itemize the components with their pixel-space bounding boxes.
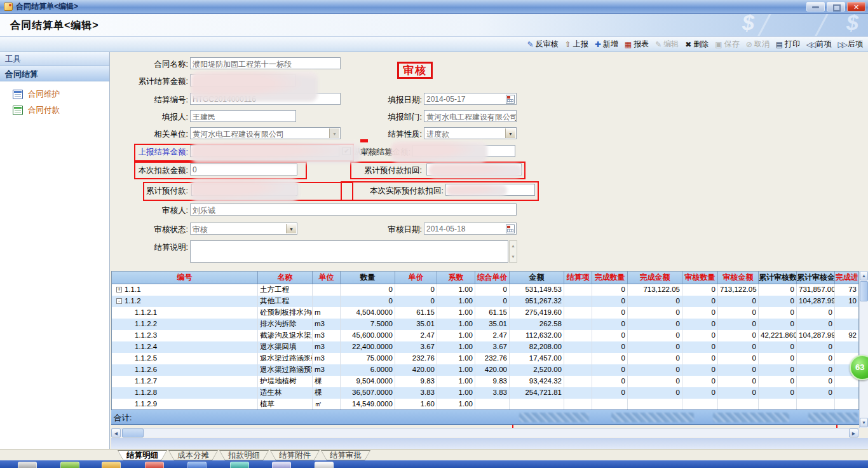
cumulative-prepay-recovery-input[interactable]	[426, 163, 522, 176]
toolbar-button-后项[interactable]: ▷▷后项	[838, 39, 863, 50]
reported-amount-input[interactable]	[190, 145, 339, 157]
taskbar-app-icon[interactable]	[18, 462, 37, 468]
scroll-up-icon[interactable]: ▲	[510, 241, 517, 252]
column-header-完成数量[interactable]: 完成数量	[592, 272, 628, 284]
sidebar-section-header[interactable]: 合同结算	[0, 66, 109, 81]
settlement-nature-select[interactable]: 进度款	[424, 127, 517, 139]
vertical-scrollbar-thumb[interactable]	[860, 281, 868, 301]
toolbar-button-新增[interactable]: ✚新增	[595, 39, 618, 50]
scroll-left-icon[interactable]: ◀	[111, 429, 121, 437]
horizontal-scrollbar-thumb[interactable]	[122, 429, 144, 437]
column-header-名称[interactable]: 名称	[258, 272, 313, 284]
chevron-down-icon[interactable]	[329, 128, 339, 138]
tab-结算明细[interactable]: 结算明细	[118, 450, 167, 460]
scroll-down-icon[interactable]: ▼	[510, 252, 517, 263]
table-row[interactable]: -1.1.2其他工程001.000951,267.3200000104,287.…	[112, 296, 858, 307]
table-cell: 1.1.2.4	[112, 341, 258, 353]
current-deduction-input[interactable]: 0	[190, 163, 297, 176]
related-unit-select[interactable]: 黄河水电工程建设有限公司	[190, 127, 341, 139]
column-header-完成进[interactable]: 完成进	[835, 272, 859, 284]
contract-name-input[interactable]: 濮阳堤防加固工程第十一标段	[190, 57, 341, 69]
table-row[interactable]: 1.1.2.6退水渠过路涵预制m36.0000420.001.00420.002…	[112, 364, 858, 376]
taskbar-app-icon[interactable]	[145, 462, 164, 468]
report-date-input[interactable]: 2014-05-17	[424, 93, 517, 105]
cumulative-settlement-amount-input[interactable]	[190, 74, 296, 86]
auditor-input[interactable]: 刘乐诚	[190, 203, 517, 216]
table-row[interactable]: 1.1.2.2排水沟拆除m37.500035.011.0035.01262.58…	[112, 319, 858, 330]
toolbar-button-上报[interactable]: ⇧上报	[565, 39, 588, 50]
table-cell: 1.60	[395, 399, 437, 410]
table-row[interactable]: 1.1.2.9植草㎡14,549.00001.601.00	[112, 399, 858, 410]
sidebar-item-合同付款[interactable]: 合同付款	[0, 102, 109, 118]
taskbar-app-icon[interactable]	[102, 462, 121, 468]
taskbar-app-icon[interactable]	[187, 462, 207, 468]
column-header-审核金额[interactable]: 审核金额	[718, 272, 759, 284]
column-header-数量[interactable]: 数量	[341, 272, 395, 284]
vertical-scrollbar[interactable]: ▲ ▼	[859, 271, 868, 428]
collapse-icon[interactable]: -	[116, 298, 122, 304]
column-header-单位[interactable]: 单位	[313, 272, 341, 284]
column-header-金额[interactable]: 金额	[510, 272, 564, 284]
calendar-icon[interactable]	[506, 95, 515, 104]
table-row[interactable]: 1.1.2.4退水渠回填m322,400.00003.671.003.6782,…	[112, 341, 858, 353]
expand-icon[interactable]: +	[116, 287, 122, 292]
tab-结算附件[interactable]: 结算附件	[270, 450, 320, 460]
minimize-button[interactable]	[806, 2, 825, 11]
table-cell: 93,424.32	[510, 376, 564, 387]
cumulative-prepayment-input[interactable]	[191, 184, 297, 196]
from-detail-summary-checkbox[interactable]: ✔	[342, 147, 351, 155]
note-scrollbar[interactable]: ▲▼	[509, 240, 517, 263]
table-cell: 35.01	[395, 319, 437, 330]
table-row[interactable]: 1.1.2.8适生林棵36,507.00003.831.003.83254,72…	[112, 387, 858, 399]
column-header-完成金额[interactable]: 完成金额	[628, 272, 682, 284]
taskbar-app-icon[interactable]	[315, 462, 334, 468]
audit-date-input[interactable]: 2014-05-18	[424, 223, 517, 235]
column-header-单价[interactable]: 单价	[395, 272, 437, 284]
column-header-系数[interactable]: 系数	[437, 272, 475, 284]
tab-成本分摊[interactable]: 成本分摊	[168, 450, 218, 460]
column-header-综合单价[interactable]: 综合单价	[475, 272, 510, 284]
scroll-right-icon[interactable]: ▶	[849, 429, 858, 437]
audit-status-select[interactable]: 审核	[190, 223, 297, 235]
chevron-down-icon[interactable]	[286, 224, 296, 233]
table-cell: 3.67	[395, 341, 437, 353]
scroll-down-icon[interactable]: ▼	[860, 418, 868, 427]
table-row[interactable]: +1.1.1土方工程001.000531,149.530713,122.0507…	[112, 284, 858, 296]
taskbar-app-icon[interactable]	[272, 462, 291, 468]
taskbar-app-icon[interactable]	[230, 462, 249, 468]
table-row[interactable]: 1.1.2.3截渗沟及退水渠土m345,600.00002.471.002.47…	[112, 330, 858, 341]
taskbar-app-icon[interactable]	[60, 462, 79, 468]
restore-button[interactable]	[827, 2, 845, 11]
toolbar-button-反审核[interactable]: ✎反审核	[527, 39, 559, 50]
column-header-累计审核数[interactable]: 累计审核数	[759, 272, 797, 284]
reporter-input[interactable]: 王建民	[190, 110, 296, 122]
tab-结算审批[interactable]: 结算审批	[321, 450, 370, 460]
horizontal-scrollbar[interactable]: ◀ ▶	[111, 428, 859, 437]
column-header-编号[interactable]: 编号	[112, 272, 258, 284]
table-row[interactable]: 1.1.2.1砼预制板排水沟(m4,504.000061.151.0061.15…	[112, 307, 858, 319]
table-row[interactable]: 1.1.2.5退水渠过路涵浆砌m375.0000232.761.00232.76…	[112, 353, 858, 364]
toolbar-button-报表[interactable]: ▦报表	[625, 39, 649, 50]
sidebar-item-合同维护[interactable]: 合同维护	[0, 86, 109, 102]
settlement-no-input[interactable]: HTGC2014000116	[190, 93, 341, 105]
close-button[interactable]	[847, 2, 865, 11]
tab-扣款明细[interactable]: 扣款明细	[219, 450, 269, 460]
table-cell: -1.1.2	[112, 296, 258, 307]
column-header-结算项[interactable]: 结算项	[564, 272, 592, 284]
settlement-note-textarea[interactable]	[190, 240, 508, 263]
sidebar-tools-header[interactable]: 工具	[0, 52, 109, 66]
red-dash-annotation	[360, 139, 368, 142]
scroll-up-icon[interactable]: ▲	[860, 271, 868, 280]
column-header-累计审核金[interactable]: 累计审核金	[797, 272, 835, 284]
audited-amount-input[interactable]	[412, 145, 515, 157]
toolbar-button-前项[interactable]: ◁◁前项	[806, 39, 831, 50]
actual-prepay-recovery-input[interactable]	[445, 184, 535, 196]
table-row[interactable]: 1.1.2.7护堤地植树棵9,504.00009.831.009.8393,42…	[112, 376, 858, 387]
column-header-审核数量[interactable]: 审核数量	[682, 272, 718, 284]
chevron-down-icon[interactable]	[505, 128, 515, 138]
table-cell: 0	[592, 341, 628, 353]
calendar-icon[interactable]	[506, 224, 515, 233]
report-dept-input[interactable]: 黄河水电工程建设有限公司 C	[424, 110, 517, 122]
toolbar-button-删除[interactable]: ✖删除	[685, 39, 709, 50]
toolbar-button-打印[interactable]: ▤打印	[776, 39, 800, 50]
